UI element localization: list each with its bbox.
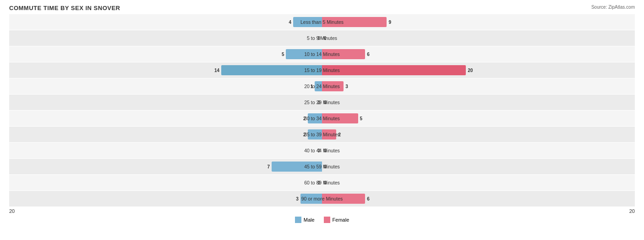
bar-row: 4 9 Less than 5 Minutes — [9, 14, 635, 30]
right-section: 0 — [322, 30, 635, 46]
right-section: 6 — [322, 191, 635, 207]
chart-title: COMMUTE TIME BY SEX IN SNOVER — [9, 5, 635, 11]
row-label: 15 to 19 Minutes — [304, 67, 340, 73]
left-section: 3 — [9, 191, 322, 207]
row-label: Less than 5 Minutes — [300, 19, 344, 25]
right-section: 0 — [322, 159, 635, 174]
female-value: 6 — [367, 196, 370, 201]
bar-row: 7 0 45 to 59 Minutes — [9, 159, 635, 174]
left-section: 2 — [9, 127, 322, 142]
bar-row: 0 0 5 to 9 Minutes — [9, 30, 635, 46]
axis-right: 20 — [629, 208, 635, 214]
left-section: 0 — [9, 143, 322, 158]
female-value: 9 — [388, 20, 391, 25]
right-section: 9 — [322, 14, 635, 30]
row-label: 90 or more Minutes — [301, 196, 343, 201]
male-value: 14 — [214, 68, 219, 73]
bar-row: 5 6 10 to 14 Minutes — [9, 46, 635, 62]
left-section: 0 — [9, 30, 322, 46]
right-section: 0 — [322, 95, 635, 110]
bar-row: 2 5 30 to 34 Minutes — [9, 111, 635, 126]
female-value: 3 — [345, 84, 348, 89]
left-section: 4 — [9, 14, 322, 30]
legend-male: Male — [295, 217, 315, 223]
legend-female: Female — [324, 217, 349, 223]
rows-area: 4 9 Less than 5 Minutes 0 0 — [9, 14, 635, 207]
right-section: 20 — [322, 62, 635, 78]
left-section: 1 — [9, 78, 322, 94]
left-section: 0 — [9, 175, 322, 190]
legend-male-box — [295, 217, 301, 223]
female-bar — [322, 65, 466, 75]
axis-labels: 20 20 — [9, 208, 635, 214]
right-section: 0 — [322, 175, 635, 190]
left-section: 5 — [9, 46, 322, 62]
bar-row: 3 6 90 or more Minutes — [9, 191, 635, 207]
right-section: 2 — [322, 127, 635, 142]
row-label: 5 to 9 Minutes — [307, 35, 337, 41]
bar-row: 0 0 60 to 89 Minutes — [9, 175, 635, 190]
row-label: 25 to 29 Minutes — [304, 100, 340, 105]
left-section: 2 — [9, 111, 322, 126]
left-section: 7 — [9, 159, 322, 174]
male-value: 4 — [289, 20, 292, 25]
legend-male-label: Male — [304, 217, 315, 223]
right-section: 5 — [322, 111, 635, 126]
row-label: 45 to 59 Minutes — [304, 164, 340, 169]
row-label: 20 to 24 Minutes — [304, 84, 340, 89]
right-section: 0 — [322, 143, 635, 158]
left-section: 14 — [9, 62, 322, 78]
chart-container: COMMUTE TIME BY SEX IN SNOVER Source: Zi… — [0, 0, 644, 240]
row-label: 40 to 44 Minutes — [304, 148, 340, 153]
row-label: 35 to 39 Minutes — [304, 132, 340, 137]
male-value: 5 — [282, 52, 284, 57]
bar-row: 0 0 40 to 44 Minutes — [9, 143, 635, 158]
legend-female-label: Female — [333, 217, 349, 223]
source-text: Source: ZipAtlas.com — [591, 5, 635, 10]
male-value: 7 — [267, 164, 270, 169]
male-value: 3 — [296, 196, 299, 201]
legend-female-box — [324, 217, 330, 223]
bar-row: 1 3 20 to 24 Minutes — [9, 78, 635, 94]
axis-left: 20 — [9, 208, 15, 214]
female-value: 5 — [360, 116, 363, 121]
female-value: 6 — [367, 52, 370, 57]
right-section: 6 — [322, 46, 635, 62]
right-section: 3 — [322, 78, 635, 94]
row-label: 60 to 89 Minutes — [304, 180, 340, 185]
row-label: 30 to 34 Minutes — [304, 116, 340, 121]
female-value: 20 — [468, 68, 473, 73]
row-label: 10 to 14 Minutes — [304, 51, 340, 57]
legend: Male Female — [9, 217, 635, 223]
bar-row: 0 0 25 to 29 Minutes — [9, 95, 635, 110]
bar-row: 2 2 35 to 39 Minutes — [9, 127, 635, 142]
bar-row: 14 20 15 to 19 Minutes — [9, 62, 635, 78]
left-section: 0 — [9, 95, 322, 110]
